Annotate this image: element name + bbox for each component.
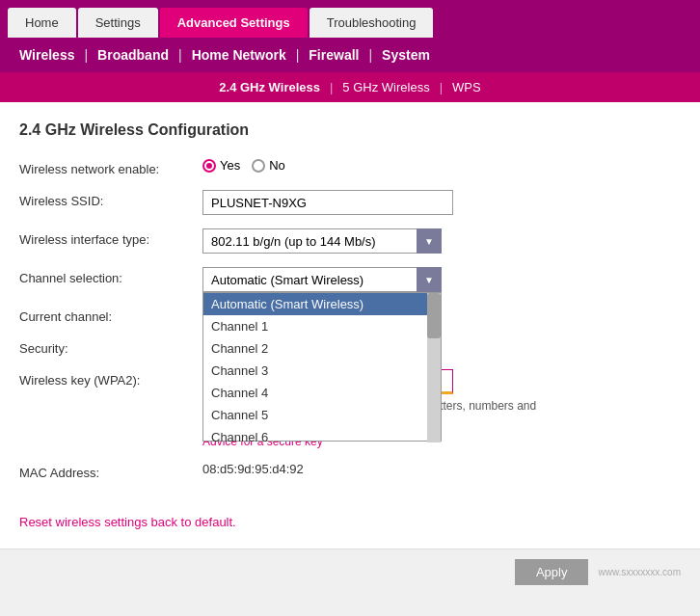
mac-control: 08:d5:9d:95:d4:92 bbox=[202, 462, 671, 476]
page-footer: Apply www.sxxxxxxx.com bbox=[0, 549, 700, 595]
secondary-nav-wps[interactable]: WPS bbox=[452, 80, 481, 94]
channel-option-4[interactable]: Channel 4 bbox=[203, 382, 427, 404]
secondary-sep-1: | bbox=[330, 80, 333, 94]
label-mac: MAC Address: bbox=[19, 462, 202, 480]
secondary-nav-2g[interactable]: 2.4 GHz Wireless bbox=[219, 80, 320, 94]
channel-option-auto[interactable]: Automatic (Smart Wireless) bbox=[203, 293, 427, 315]
mac-value: 08:d5:9d:95:d4:92 bbox=[202, 462, 304, 476]
radio-group-network-enable: Yes No bbox=[202, 158, 671, 173]
page-title: 2.4 GHz Wireless Configuration bbox=[19, 121, 671, 139]
subnav-sep-3: | bbox=[296, 47, 300, 63]
subnav-broadband[interactable]: Broadband bbox=[97, 47, 169, 63]
reset-section: Reset wireless settings back to default. bbox=[19, 499, 671, 529]
subnav-sep-2: | bbox=[178, 47, 182, 63]
channel-dropdown: Automatic (Smart Wireless) Channel 1 Cha… bbox=[202, 292, 442, 442]
channel-dropdown-scrollbar[interactable] bbox=[427, 293, 441, 442]
subnav-wireless[interactable]: Wireless bbox=[19, 47, 74, 63]
scrollbar-thumb bbox=[427, 293, 441, 338]
tab-advanced-settings[interactable]: Advanced Settings bbox=[160, 8, 308, 38]
form-row-channel-selection: Channel selection: Automatic (Smart Wire… bbox=[19, 267, 671, 292]
top-nav: Home Settings Advanced Settings Troubles… bbox=[0, 0, 700, 38]
interface-type-select-wrapper: 802.11 b/g/n (up to 144 Mb/s) ▼ bbox=[202, 228, 442, 254]
ssid-input[interactable] bbox=[202, 190, 453, 215]
tab-settings[interactable]: Settings bbox=[78, 8, 158, 38]
subnav-sep-4: | bbox=[368, 47, 372, 63]
label-channel-selection: Channel selection: bbox=[19, 267, 202, 285]
label-security: Security: bbox=[19, 337, 202, 356]
interface-type-select[interactable]: 802.11 b/g/n (up to 144 Mb/s) bbox=[202, 228, 442, 254]
radio-yes-label[interactable]: Yes bbox=[202, 158, 240, 173]
form-row-mac: MAC Address: 08:d5:9d:95:d4:92 bbox=[19, 462, 671, 480]
channel-option-2[interactable]: Channel 2 bbox=[203, 337, 427, 360]
reset-link[interactable]: Reset wireless settings back to default. bbox=[19, 515, 236, 529]
form-row-interface-type: Wireless interface type: 802.11 b/g/n (u… bbox=[19, 228, 671, 254]
radio-no-label[interactable]: No bbox=[252, 158, 285, 173]
tab-troubleshooting[interactable]: Troubleshooting bbox=[310, 8, 434, 38]
channel-option-3[interactable]: Channel 3 bbox=[203, 360, 427, 382]
label-network-enable: Wireless network enable: bbox=[19, 158, 202, 176]
radio-no[interactable] bbox=[252, 159, 265, 173]
label-current-channel: Current channel: bbox=[19, 306, 202, 324]
ssid-control bbox=[202, 190, 671, 215]
apply-button[interactable]: Apply bbox=[515, 559, 589, 585]
channel-selection-trigger[interactable]: Automatic (Smart Wireless) ▼ bbox=[202, 267, 442, 292]
form-row-network-enable: Wireless network enable: Yes No bbox=[19, 158, 671, 176]
channel-dropdown-arrow-icon: ▼ bbox=[417, 267, 442, 292]
tab-home[interactable]: Home bbox=[8, 8, 76, 38]
channel-option-1[interactable]: Channel 1 bbox=[203, 315, 427, 337]
subnav-firewall[interactable]: Firewall bbox=[309, 47, 359, 63]
radio-yes-text: Yes bbox=[220, 158, 240, 173]
watermark: www.sxxxxxxx.com bbox=[598, 567, 681, 577]
secondary-sep-2: | bbox=[440, 80, 443, 94]
sub-nav: Wireless | Broadband | Home Network | Fi… bbox=[0, 38, 700, 72]
label-wpa-key: Wireless key (WPA2): bbox=[19, 369, 202, 388]
subnav-system[interactable]: System bbox=[382, 47, 430, 63]
secondary-nav: 2.4 GHz Wireless | 5 GHz Wireless | WPS bbox=[0, 72, 700, 102]
radio-yes[interactable] bbox=[202, 159, 216, 173]
form-row-ssid: Wireless SSID: bbox=[19, 190, 671, 215]
radio-no-text: No bbox=[269, 158, 285, 173]
label-ssid: Wireless SSID: bbox=[19, 190, 202, 208]
channel-selected-value: Automatic (Smart Wireless) bbox=[211, 273, 363, 287]
channel-option-5[interactable]: Channel 5 bbox=[203, 404, 427, 426]
channel-selection-control: Automatic (Smart Wireless) ▼ Automatic (… bbox=[202, 267, 671, 292]
subnav-home-network[interactable]: Home Network bbox=[192, 47, 286, 63]
secondary-nav-5g[interactable]: 5 GHz Wireless bbox=[342, 80, 429, 94]
interface-type-control: 802.11 b/g/n (up to 144 Mb/s) ▼ bbox=[202, 228, 671, 254]
label-interface-type: Wireless interface type: bbox=[19, 228, 202, 247]
channel-option-6[interactable]: Channel 6 bbox=[203, 426, 427, 442]
main-content: 2.4 GHz Wireless Configuration Wireless … bbox=[0, 102, 700, 549]
subnav-sep-1: | bbox=[84, 47, 88, 63]
